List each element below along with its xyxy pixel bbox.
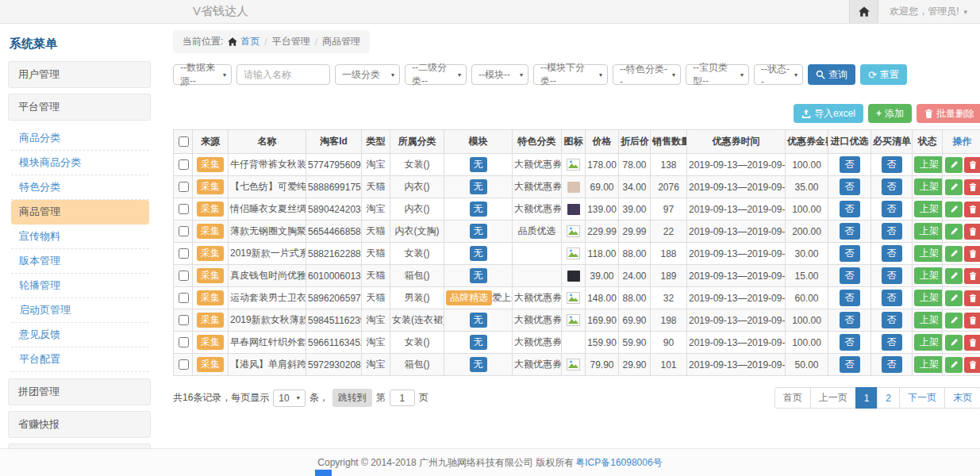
page-1-button[interactable]: 1 <box>855 387 878 409</box>
page-2-button[interactable]: 2 <box>877 387 900 409</box>
delete-button[interactable] <box>964 357 980 373</box>
import-toggle-button[interactable]: 否 <box>840 245 860 262</box>
must-buy-toggle-button[interactable]: 否 <box>882 356 902 373</box>
prev-page-button[interactable]: 上一页 <box>810 387 856 409</box>
filter-select-level2[interactable]: --二级分类--▾ <box>405 64 467 85</box>
must-buy-toggle-button[interactable]: 否 <box>882 178 902 195</box>
delete-button[interactable] <box>964 202 980 217</box>
last-page-button[interactable]: 末页 <box>944 387 980 409</box>
sidebar-item-goods-category[interactable]: 商品分类 <box>11 126 149 151</box>
import-toggle-button[interactable]: 否 <box>840 356 860 373</box>
edit-button[interactable] <box>945 179 963 195</box>
import-toggle-button[interactable]: 否 <box>840 334 860 351</box>
page-size-select[interactable]: 10 ▾ <box>273 390 305 407</box>
delete-button[interactable] <box>964 335 980 351</box>
select-all-checkbox[interactable] <box>179 136 189 147</box>
status-button[interactable]: 上架 <box>914 290 943 306</box>
jump-button[interactable]: 跳转到 <box>332 389 372 407</box>
import-toggle-button[interactable]: 否 <box>840 156 860 173</box>
row-checkbox[interactable] <box>179 271 189 281</box>
home-button[interactable] <box>849 0 878 23</box>
delete-button[interactable] <box>964 268 980 284</box>
sidebar-item-message-management[interactable]: 消息管理 <box>8 443 151 448</box>
reset-button[interactable]: ⟳ 重置 <box>860 64 907 85</box>
sidebar-item-version-management[interactable]: 版本管理 <box>11 249 149 274</box>
filter-select-item-type[interactable]: --宝贝类型--▾ <box>686 64 749 85</box>
batch-delete-button[interactable]: 批量删除 <box>917 104 980 123</box>
filter-select-level1[interactable]: 一级分类▾ <box>335 64 400 85</box>
row-checkbox[interactable] <box>179 315 189 325</box>
status-button[interactable]: 上架 <box>914 312 943 328</box>
filter-input-name[interactable] <box>236 64 330 85</box>
edit-button[interactable] <box>945 224 963 240</box>
must-buy-toggle-button[interactable]: 否 <box>882 245 902 262</box>
sidebar-item-user-management[interactable]: 用户管理 <box>8 61 151 88</box>
icp-link[interactable]: 粤ICP备16098006号 <box>575 456 662 470</box>
edit-button[interactable] <box>945 313 963 328</box>
delete-button[interactable] <box>964 246 980 262</box>
sidebar-item-goods-management[interactable]: 商品管理 <box>11 200 149 225</box>
delete-button[interactable] <box>964 157 980 173</box>
row-checkbox[interactable] <box>179 337 189 347</box>
status-button[interactable]: 上架 <box>914 267 943 284</box>
row-checkbox[interactable] <box>179 248 189 259</box>
must-buy-toggle-button[interactable]: 否 <box>882 223 902 240</box>
sidebar-item-carousel-management[interactable]: 轮播管理 <box>11 274 149 298</box>
sidebar-item-group-buy-management[interactable]: 拼团管理 <box>8 378 151 405</box>
first-page-button[interactable]: 首页 <box>774 387 811 409</box>
sidebar-item-platform-management[interactable]: 平台管理 <box>8 94 151 121</box>
row-checkbox[interactable] <box>179 204 189 214</box>
scrollbar-thumb[interactable] <box>315 470 332 476</box>
user-menu[interactable]: 欢迎您，管理员! ▾ <box>878 0 980 23</box>
import-toggle-button[interactable]: 否 <box>840 290 860 306</box>
edit-button[interactable] <box>945 268 963 284</box>
status-button[interactable]: 上架 <box>914 356 943 373</box>
delete-button[interactable] <box>964 224 980 240</box>
sidebar-item-splash-page-management[interactable]: 启动页管理 <box>11 298 149 323</box>
edit-button[interactable] <box>945 357 963 373</box>
filter-select-status[interactable]: --状态--▾ <box>754 64 803 85</box>
sidebar-item-save-earn-news[interactable]: 省赚快报 <box>8 411 151 438</box>
row-checkbox[interactable] <box>179 359 189 370</box>
search-button[interactable]: 查询 <box>808 64 855 85</box>
must-buy-toggle-button[interactable]: 否 <box>882 156 902 173</box>
sidebar-item-feature-category[interactable]: 特色分类 <box>11 175 149 200</box>
status-button[interactable]: 上架 <box>914 156 943 173</box>
filter-select-module-sub[interactable]: --模块下分类--▾ <box>533 64 608 85</box>
breadcrumb-home-link[interactable]: 首页 <box>228 35 259 48</box>
must-buy-toggle-button[interactable]: 否 <box>882 201 902 217</box>
status-button[interactable]: 上架 <box>914 334 943 351</box>
import-toggle-button[interactable]: 否 <box>840 223 860 240</box>
row-checkbox[interactable] <box>179 293 189 303</box>
filter-select-data-source[interactable]: --数据来源--▾ <box>173 64 232 85</box>
sidebar-item-platform-config[interactable]: 平台配置 <box>11 347 149 372</box>
must-buy-toggle-button[interactable]: 否 <box>882 267 902 284</box>
import-toggle-button[interactable]: 否 <box>840 312 860 328</box>
row-checkbox[interactable] <box>179 159 189 170</box>
delete-button[interactable] <box>964 290 980 306</box>
edit-button[interactable] <box>945 246 963 262</box>
status-button[interactable]: 上架 <box>914 223 943 240</box>
must-buy-toggle-button[interactable]: 否 <box>882 312 902 328</box>
edit-button[interactable] <box>945 335 963 351</box>
breadcrumb-item[interactable]: 商品管理 <box>322 35 360 48</box>
sidebar-item-promo-material[interactable]: 宣传物料 <box>11 225 149 249</box>
must-buy-toggle-button[interactable]: 否 <box>882 290 902 306</box>
next-page-button[interactable]: 下一页 <box>899 387 945 409</box>
import-toggle-button[interactable]: 否 <box>840 178 860 195</box>
page-number-input[interactable] <box>390 390 415 406</box>
status-button[interactable]: 上架 <box>914 178 943 195</box>
import-toggle-button[interactable]: 否 <box>840 267 860 284</box>
delete-button[interactable] <box>964 179 980 195</box>
status-button[interactable]: 上架 <box>914 245 943 262</box>
filter-select-module[interactable]: --模块--▾ <box>471 64 528 85</box>
edit-button[interactable] <box>945 290 963 306</box>
delete-button[interactable] <box>964 313 980 328</box>
row-checkbox[interactable] <box>179 226 189 236</box>
filter-select-feature[interactable]: --特色分类--▾ <box>613 64 681 85</box>
row-checkbox[interactable] <box>179 182 189 192</box>
add-button[interactable]: + 添加 <box>868 104 912 123</box>
edit-button[interactable] <box>945 202 963 217</box>
sidebar-item-feedback[interactable]: 意见反馈 <box>11 323 149 347</box>
import-excel-button[interactable]: 导入excel <box>794 104 863 123</box>
